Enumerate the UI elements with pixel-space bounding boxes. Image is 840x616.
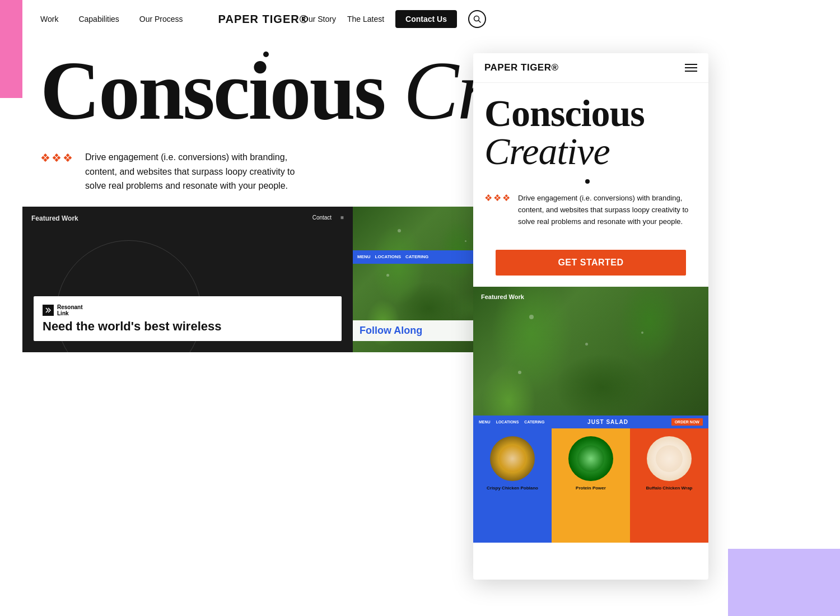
food-label-container-buffalo: Buffalo Chicken Wrap — [630, 486, 708, 493]
mobile-logo: PAPER TIGER® — [484, 62, 559, 73]
resonant-contact: Contact — [312, 214, 332, 221]
get-started-container: GET STARTED — [473, 227, 708, 276]
food-image-buffalo: ★ — [647, 436, 692, 481]
droplet — [386, 274, 389, 277]
just-salad-nav: MENU LOCATIONS CATERING — [357, 254, 428, 259]
resonant-headline: Need the world's best wireless — [43, 320, 333, 333]
mobile-body-paragraph: Drive engagement (i.e. conversions) with… — [518, 193, 697, 227]
mobile-hero-part1: Conscious — [484, 92, 645, 134]
mobile-js-nav: MENU LOCATIONS CATERING — [479, 420, 544, 424]
desktop-logo: PAPER TIGER® — [218, 13, 309, 26]
nav-the-latest[interactable]: The Latest — [347, 15, 384, 24]
nav-capabilities[interactable]: Capabilities — [78, 15, 119, 24]
hero-text-part1: Conscious — [40, 45, 404, 132]
hamburger-menu[interactable] — [685, 64, 697, 72]
desktop-site: Work Capabilities Our Process PAPER TIGE… — [22, 0, 504, 616]
mobile-js-menu-items: Crispy Chicken Poblano Protein Power — [473, 428, 708, 543]
food-label-container-chicken: Crispy Chicken Poblano — [473, 486, 552, 493]
hero-headline-text: Conscious Crea — [40, 49, 486, 132]
js-catering: CATERING — [405, 254, 428, 259]
mobile-body-text: ❖❖❖ Drive engagement (i.e. conversions) … — [473, 184, 708, 227]
js-menu: MENU — [357, 254, 371, 259]
body-text-section: ❖❖❖ Drive engagement (i.e. conversions) … — [22, 132, 336, 193]
mobile-nav: PAPER TIGER® — [473, 53, 708, 83]
featured-work-section: Featured Work Contact ≡ Resonant Link Ne… — [22, 207, 504, 352]
mobile-hero-text: Conscious Creative — [484, 94, 697, 170]
resonant-nav: Contact ≡ — [312, 214, 344, 221]
nav-right: Our Story The Latest Contact Us — [302, 10, 486, 28]
hamburger-line-1 — [685, 64, 697, 65]
resonant-logo-icon — [43, 305, 54, 316]
mobile-kale-bg — [473, 287, 708, 421]
droplet — [465, 240, 466, 242]
droplet — [398, 229, 401, 232]
food-label-protein: Protein Power — [554, 486, 628, 491]
mobile-kale-overlay — [473, 287, 708, 421]
mobile-just-salad-ui: MENU LOCATIONS CATERING JUST SALAD ORDER… — [473, 416, 708, 544]
get-started-button[interactable]: GET STARTED — [496, 250, 686, 276]
js-locations: LOCATIONS — [375, 254, 402, 259]
mobile-js-logo: JUST SALAD — [587, 419, 628, 425]
food-label-buffalo: Buffalo Chicken Wrap — [632, 486, 706, 491]
mobile-orange-stars: ❖❖❖ — [484, 193, 511, 203]
nav-our-process[interactable]: Our Process — [139, 15, 183, 24]
mobile-js-catering: CATERING — [524, 420, 544, 424]
food-label-chicken: Crispy Chicken Poblano — [475, 486, 549, 491]
mobile-hero-part2: Creative — [484, 130, 610, 172]
body-paragraph: Drive engagement (i.e. conversions) with… — [85, 150, 318, 193]
svg-line-1 — [479, 21, 481, 23]
featured-work-dark-card[interactable]: Featured Work Contact ≡ Resonant Link Ne… — [22, 207, 353, 352]
nav-left: Work Capabilities Our Process — [40, 15, 183, 24]
menu-item-protein[interactable]: Protein Power — [552, 428, 630, 543]
food-label-container-protein: Protein Power — [552, 486, 630, 493]
mobile-js-order: ORDER NOW — [671, 418, 703, 426]
desktop-nav: Work Capabilities Our Process PAPER TIGE… — [22, 0, 504, 38]
menu-item-buffalo[interactable]: ★ Buffalo Chicken Wrap — [630, 428, 708, 543]
food-image-chicken — [490, 436, 535, 481]
purple-decoration — [728, 549, 840, 616]
mobile-overlay: PAPER TIGER® Conscious Creative ❖❖❖ Driv… — [473, 53, 708, 580]
menu-item-chicken[interactable]: Crispy Chicken Poblano — [473, 428, 552, 543]
mobile-js-locations: LOCATIONS — [496, 420, 519, 424]
resonant-logo: Resonant Link — [43, 304, 333, 316]
nav-work[interactable]: Work — [40, 15, 58, 24]
search-icon[interactable] — [468, 10, 486, 28]
mobile-hero: Conscious Creative — [473, 83, 708, 170]
mobile-featured-work: Featured Work MENU LOCATIONS CATERING JU… — [473, 287, 708, 544]
featured-work-label-dark: Featured Work — [31, 214, 78, 222]
hamburger-line-2 — [685, 67, 697, 68]
mobile-featured-label: Featured Work — [481, 293, 524, 300]
resonant-nav-lines: ≡ — [340, 214, 344, 221]
mobile-js-menu: MENU — [479, 420, 491, 424]
resonant-card: Resonant Link Need the world's best wire… — [34, 296, 342, 341]
orange-stars: ❖❖❖ — [40, 151, 74, 165]
resonant-logo-text: Resonant Link — [57, 304, 83, 316]
hamburger-line-3 — [685, 71, 697, 72]
nav-contact-button[interactable]: Contact Us — [395, 10, 457, 28]
food-image-protein — [568, 436, 613, 481]
mobile-js-top-bar: MENU LOCATIONS CATERING JUST SALAD ORDER… — [473, 416, 708, 428]
dot-decoration — [263, 52, 269, 57]
mobile-dot-decoration — [585, 179, 590, 184]
